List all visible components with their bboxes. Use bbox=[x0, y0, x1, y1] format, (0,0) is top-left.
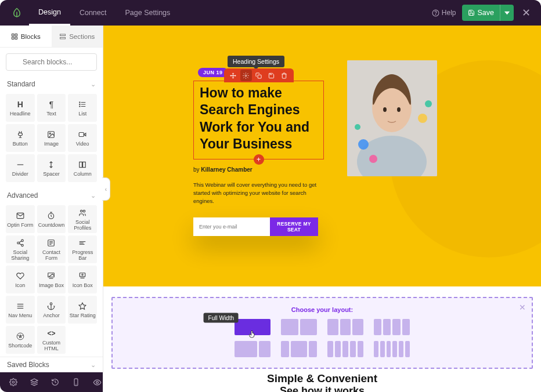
tab-sections[interactable]: Sections bbox=[52, 26, 103, 47]
block-divider[interactable]: Divider bbox=[6, 154, 35, 182]
layout-option-4[interactable] bbox=[374, 319, 410, 335]
layers-icon[interactable] bbox=[30, 378, 38, 386]
sidebar-collapse-handle[interactable]: ‹ bbox=[102, 177, 110, 201]
wp-icon bbox=[16, 331, 24, 342]
block-anchor[interactable]: Anchor bbox=[37, 296, 66, 324]
settings-icon[interactable] bbox=[9, 378, 17, 386]
layout-picker: ✕ Choose your layout: Full Width bbox=[111, 297, 533, 369]
svg-point-17 bbox=[50, 133, 51, 134]
block-optin-form[interactable]: Optin Form bbox=[6, 205, 35, 233]
group-saved-blocks-toggle[interactable]: Saved Blocks ⌄ bbox=[0, 357, 103, 372]
toolbar-delete-icon[interactable] bbox=[279, 70, 290, 81]
block-shortcode[interactable]: Shortcode bbox=[6, 326, 35, 354]
block-nav-menu[interactable]: Nav Menu bbox=[6, 296, 35, 324]
hero-section: JUN 19 Heading Settings How to make Sear… bbox=[103, 26, 541, 286]
nav-page-settings[interactable]: Page Settings bbox=[116, 0, 179, 26]
divider-icon bbox=[16, 159, 24, 170]
svg-point-55 bbox=[397, 107, 401, 112]
block-button[interactable]: Button bbox=[6, 124, 35, 152]
layout-option-8[interactable] bbox=[374, 341, 410, 357]
mail-icon bbox=[16, 210, 24, 221]
close-button[interactable]: ✕ bbox=[520, 6, 533, 19]
svg-rect-50 bbox=[258, 75, 261, 78]
section2-title[interactable]: Simple & Convenient bbox=[103, 372, 541, 385]
layout-option-5[interactable] bbox=[235, 341, 270, 357]
block-custom-html[interactable]: <>Custom HTML bbox=[37, 326, 66, 354]
svg-point-27 bbox=[17, 242, 20, 244]
cta-button[interactable]: RESERVE MY SEAT bbox=[270, 217, 318, 236]
toolbar-settings-icon[interactable] bbox=[240, 70, 252, 81]
layout-option-7[interactable] bbox=[327, 341, 363, 357]
block-column[interactable]: Column bbox=[68, 154, 97, 182]
save-button[interactable]: Save bbox=[462, 5, 514, 21]
element-toolbar bbox=[224, 68, 294, 82]
svg-point-48 bbox=[96, 381, 99, 383]
chevron-down-icon: ⌄ bbox=[91, 361, 96, 369]
svg-point-56 bbox=[358, 139, 369, 150]
svg-point-14 bbox=[80, 106, 80, 106]
group-advanced-toggle[interactable]: Advanced ⌄ bbox=[0, 188, 103, 203]
image-icon bbox=[47, 129, 55, 140]
svg-rect-3 bbox=[15, 34, 17, 36]
heading-block-selected[interactable]: Heading Settings How to make Search Engi… bbox=[193, 81, 324, 159]
block-list[interactable]: List bbox=[68, 94, 97, 122]
block-icon-box[interactable]: Icon Box bbox=[68, 266, 97, 293]
sidebar: Blocks Sections Standard ⌄ bbox=[0, 26, 103, 392]
section2-subtitle[interactable]: See how it works bbox=[103, 385, 541, 392]
contact-icon bbox=[47, 238, 55, 248]
block-star-rating[interactable]: Star Rating bbox=[68, 296, 97, 324]
email-input[interactable] bbox=[193, 217, 270, 236]
layout-option-6[interactable] bbox=[281, 341, 317, 357]
optin-form: RESERVE MY SEAT bbox=[193, 217, 318, 236]
sidebar-footer bbox=[0, 372, 103, 392]
layout-option-2[interactable] bbox=[281, 319, 317, 335]
help-button[interactable]: Help bbox=[432, 9, 456, 17]
block-video[interactable]: Video bbox=[68, 124, 97, 152]
block-social-profiles[interactable]: Social Profiles bbox=[68, 205, 97, 233]
eye-icon[interactable] bbox=[93, 378, 102, 387]
tab-blocks[interactable]: Blocks bbox=[0, 26, 52, 47]
block-progress-bar[interactable]: Progress Bar bbox=[68, 235, 97, 263]
toolbar-move-icon[interactable] bbox=[228, 70, 239, 81]
mobile-icon[interactable] bbox=[72, 378, 80, 386]
svg-point-15 bbox=[18, 133, 22, 136]
section-simple-convenient: Simple & Convenient See how it works bbox=[103, 372, 541, 392]
add-below-button[interactable]: + bbox=[254, 154, 264, 165]
svg-point-60 bbox=[355, 124, 360, 130]
layout-close-button[interactable]: ✕ bbox=[519, 303, 526, 312]
hero-portrait-image[interactable] bbox=[347, 60, 437, 176]
description-text[interactable]: This Webinar will cover everything you n… bbox=[193, 181, 321, 206]
block-contact-form[interactable]: Contact Form bbox=[37, 235, 66, 263]
block-spacer[interactable]: Spacer bbox=[37, 154, 66, 182]
canvas: JUN 19 Heading Settings How to make Sear… bbox=[103, 26, 541, 392]
video-icon bbox=[78, 129, 86, 140]
save-dropdown[interactable] bbox=[500, 5, 514, 21]
heading-text[interactable]: How to make Search Engines Work for You … bbox=[200, 85, 318, 153]
progress-icon bbox=[78, 238, 86, 248]
block-countdown[interactable]: Countdown bbox=[37, 205, 66, 233]
svg-point-59 bbox=[425, 100, 432, 107]
history-icon[interactable] bbox=[51, 378, 59, 386]
toolbar-duplicate-icon[interactable] bbox=[253, 70, 265, 81]
block-social-sharing[interactable]: Social Sharing bbox=[6, 235, 35, 263]
svg-point-46 bbox=[12, 381, 15, 383]
block-image[interactable]: Image bbox=[37, 124, 66, 152]
svg-point-39 bbox=[82, 274, 83, 275]
timer-icon bbox=[47, 210, 55, 221]
block-text[interactable]: ¶Text bbox=[37, 94, 66, 122]
svg-point-54 bbox=[383, 107, 387, 112]
code-icon: <> bbox=[47, 328, 55, 339]
layout-option-1[interactable]: Full Width bbox=[235, 319, 270, 335]
block-image-box[interactable]: Image Box bbox=[37, 266, 66, 293]
group-standard-toggle[interactable]: Standard ⌄ bbox=[0, 77, 103, 92]
block-headline[interactable]: HHeadline bbox=[6, 94, 35, 122]
svg-point-44 bbox=[51, 303, 53, 305]
toolbar-save-icon[interactable] bbox=[266, 70, 277, 81]
search-input[interactable] bbox=[6, 53, 97, 71]
svg-point-12 bbox=[80, 101, 80, 102]
block-icon[interactable]: Icon bbox=[6, 266, 35, 293]
button-icon bbox=[16, 129, 24, 140]
layout-option-3[interactable] bbox=[327, 319, 363, 335]
nav-connect[interactable]: Connect bbox=[70, 0, 116, 26]
nav-design[interactable]: Design bbox=[29, 0, 70, 26]
